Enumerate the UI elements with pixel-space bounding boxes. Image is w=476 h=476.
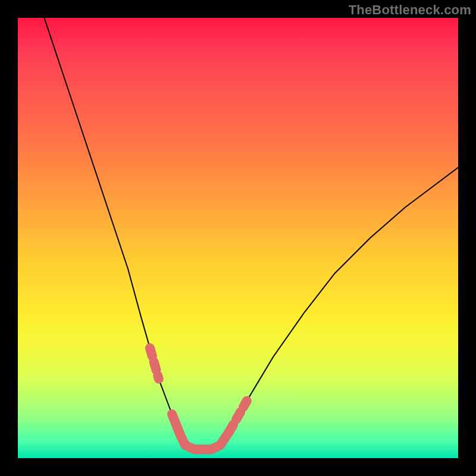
highlight-segment — [172, 414, 229, 449]
watermark-text: TheBottleneck.com — [349, 2, 471, 18]
plot-area — [18, 18, 458, 458]
bottleneck-curve — [44, 18, 458, 449]
highlight-segment — [229, 401, 247, 432]
chart-svg — [18, 18, 458, 458]
chart-frame: TheBottleneck.com — [0, 0, 476, 476]
highlight-segment — [150, 348, 159, 379]
